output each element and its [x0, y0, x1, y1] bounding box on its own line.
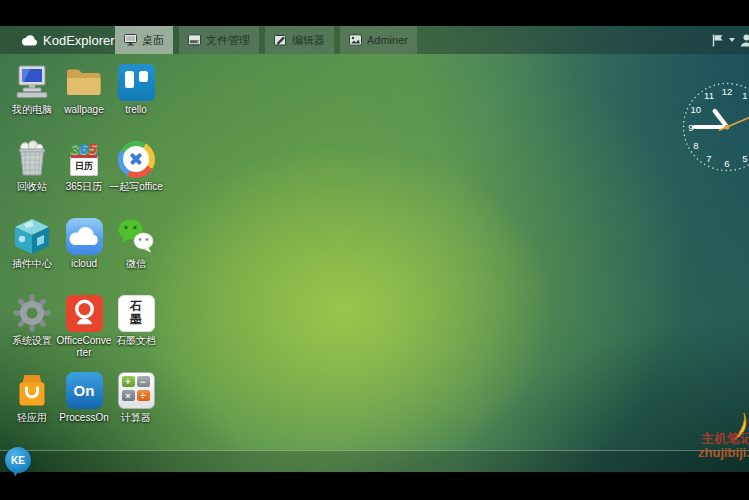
recycle-bin-icon: [12, 139, 52, 179]
header-right-controls: [712, 26, 749, 54]
wechat-icon: [116, 216, 156, 256]
app-logo[interactable]: KodExplorer: [21, 33, 115, 48]
tab-desktop[interactable]: 桌面: [115, 26, 173, 54]
tab-label: 编辑器: [292, 33, 325, 48]
desktop-icon-label: wallpage: [64, 104, 103, 116]
header-tabs: 桌面 文件管理 编辑器 Adminer: [115, 26, 417, 54]
editor-pencil-icon: [274, 34, 287, 46]
top-menu-bar: KodExplorer 桌面 文件管理 编辑器: [0, 26, 749, 54]
desktop-icon-grid: 我的电脑 wallpage trello 回收站 365 日历 3: [6, 62, 162, 440]
taskbar[interactable]: [0, 450, 749, 473]
clock-numeral: 12: [722, 86, 733, 97]
icloud-icon: [64, 216, 104, 256]
flag-icon[interactable]: [712, 34, 724, 47]
desktop-icon-plugin-center[interactable]: 插件中心: [6, 216, 58, 286]
desktop-icon-label: 365日历: [66, 181, 103, 193]
calc-plus-key: +: [122, 376, 135, 387]
desktop-icon-wechat[interactable]: 微信: [110, 216, 162, 286]
desktop-icon-365-calendar[interactable]: 365 日历 365日历: [58, 139, 110, 209]
desktop-icon-light-app[interactable]: 轻应用: [6, 370, 58, 440]
desktop-icon-label: ProcessOn: [59, 412, 108, 424]
desktop-icon-label: 系统设置: [12, 335, 52, 347]
yiqixie-office-icon: [116, 139, 156, 179]
365-calendar-icon: 365 日历: [64, 139, 104, 179]
desktop-icon-label: 微信: [126, 258, 146, 270]
tab-file-manager[interactable]: 文件管理: [179, 26, 259, 54]
clock-hour-hand: [715, 111, 727, 127]
shopping-bag-icon: [12, 370, 52, 410]
calendar-word: 日历: [75, 160, 93, 173]
desktop-icon-system-settings[interactable]: 系统设置: [6, 293, 58, 363]
app-title: KodExplorer: [43, 33, 115, 48]
desktop-icon-processon[interactable]: On ProcessOn: [58, 370, 110, 440]
calc-times-key: ×: [122, 390, 135, 401]
adminer-icon: [349, 34, 362, 46]
shimo-docs-icon: 石墨: [116, 293, 156, 333]
tab-label: 桌面: [142, 33, 164, 48]
trello-icon: [116, 62, 156, 102]
desktop-icon-label: 插件中心: [12, 258, 52, 270]
desktop-icon-label: 一起写office: [109, 181, 163, 193]
tab-label: 文件管理: [206, 33, 250, 48]
kodexplorer-screen: KodExplorer 桌面 文件管理 编辑器: [0, 0, 749, 500]
tab-adminer[interactable]: Adminer: [340, 26, 417, 54]
start-button-label: KE: [11, 455, 25, 466]
folder-icon: [64, 62, 104, 102]
desktop-icon-my-computer[interactable]: 我的电脑: [6, 62, 58, 132]
desktop-icon-trello[interactable]: trello: [110, 62, 162, 132]
desktop-icon-label: trello: [125, 104, 147, 116]
clock-numeral: 6: [724, 158, 729, 169]
desktop-icon-icloud[interactable]: icloud: [58, 216, 110, 286]
cloud-icon: [21, 34, 38, 46]
clock-numeral: 11: [704, 90, 714, 101]
clock-numeral: 8: [693, 140, 698, 151]
desktop-icon-label: 回收站: [17, 181, 47, 193]
start-menu-button[interactable]: KE: [5, 447, 31, 473]
clock-numeral: 5: [742, 153, 747, 164]
calc-divide-key: ÷: [137, 390, 150, 401]
office-converter-icon: [64, 293, 104, 333]
calc-minus-key: −: [137, 376, 150, 387]
plugin-center-cube-icon: [12, 216, 52, 256]
clock-numeral: 1: [742, 90, 747, 101]
desktop-icon-label: 轻应用: [17, 412, 47, 424]
desktop-icon-label: OfficeConverter: [56, 335, 112, 359]
desktop-monitor-icon: [124, 34, 137, 46]
desktop-icon-office-converter[interactable]: OfficeConverter: [58, 293, 110, 363]
shimo-char: 墨: [130, 313, 142, 326]
clock-center-dot: [725, 125, 730, 130]
my-computer-icon: [12, 62, 52, 102]
tab-editor[interactable]: 编辑器: [265, 26, 334, 54]
desktop-icon-recycle-bin[interactable]: 回收站: [6, 139, 58, 209]
desktop-icon-label: 计算器: [121, 412, 151, 424]
user-icon[interactable]: [740, 34, 749, 47]
calculator-icon: + − × ÷: [116, 370, 156, 410]
desktop-icon-label: 石墨文档: [116, 335, 156, 347]
analog-clock-widget[interactable]: 12 1 2 3 4 5 6 7 8 9 10 11: [679, 79, 749, 175]
desktop-icon-shimo-docs[interactable]: 石墨 石墨文档: [110, 293, 162, 363]
desktop-icon-label: icloud: [71, 258, 97, 270]
file-manager-icon: [188, 34, 201, 46]
processon-text: On: [74, 382, 95, 399]
caret-down-icon[interactable]: [729, 38, 735, 42]
desktop-icon-wallpage[interactable]: wallpage: [58, 62, 110, 132]
clock-numeral: 10: [691, 104, 702, 115]
processon-icon: On: [64, 370, 104, 410]
tab-label: Adminer: [367, 34, 408, 46]
watermark-line2: zhujibiji.: [698, 445, 749, 460]
desktop-icon-label: 我的电脑: [12, 104, 52, 116]
gear-icon: [12, 293, 52, 333]
clock-numeral: 7: [706, 153, 711, 164]
desktop-icon-yiqixie-office[interactable]: 一起写office: [110, 139, 162, 209]
desktop-icon-calculator[interactable]: + − × ÷ 计算器: [110, 370, 162, 440]
